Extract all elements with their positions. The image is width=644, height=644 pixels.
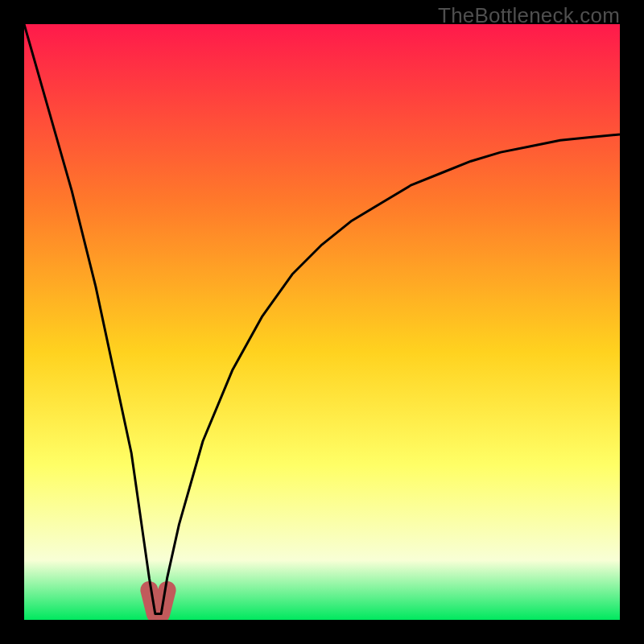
plot-area (24, 24, 620, 620)
bottleneck-chart (24, 24, 620, 620)
gradient-background (24, 24, 620, 620)
watermark-text: TheBottleneck.com (438, 3, 620, 28)
chart-frame: TheBottleneck.com (0, 0, 644, 644)
